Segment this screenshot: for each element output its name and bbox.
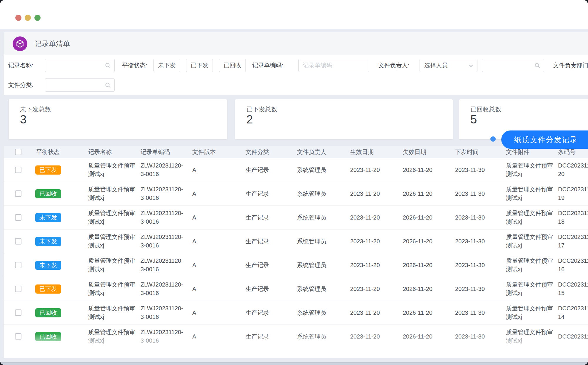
owner-select[interactable]: 选择人员	[420, 59, 477, 72]
row-checkbox[interactable]	[15, 182, 21, 205]
col-header-code: 记录单编码	[141, 146, 170, 158]
status-badge: 已回收	[35, 301, 61, 324]
status-badge: 已回收	[35, 325, 61, 348]
status-badge-label: 已回收	[35, 332, 61, 341]
cell-effective-date: 2023-11-20	[350, 301, 380, 324]
cell-file-owner: 系统管理员	[297, 325, 326, 348]
cell-barcode: DCC202311 17	[558, 230, 588, 253]
record-code-label: 记录单编码:	[252, 59, 283, 72]
cell-issue-date: 2023-11-30	[455, 206, 485, 229]
status-badge: 未下发	[35, 206, 61, 229]
owner-search-input[interactable]	[482, 59, 544, 72]
stat-cards: 未下发总数 3 已下发总数 2 已回收总数 5	[0, 99, 588, 139]
status-badge: 未下发	[35, 253, 61, 277]
select-all-checkbox[interactable]	[15, 146, 21, 158]
cell-issue-date: 2023-11-30	[455, 277, 485, 301]
cell-file-version: A	[192, 182, 196, 205]
cell-record-code: ZLWJ20231120- 3-0016	[141, 277, 192, 301]
status-badge-label: 已下发	[35, 165, 61, 175]
status-filter-issued[interactable]: 已下发	[186, 59, 213, 72]
row-checkbox[interactable]	[15, 325, 21, 348]
drag-dot-icon[interactable]	[490, 136, 496, 142]
cell-attachment: 质量管理文件预审 测试xj	[506, 230, 565, 253]
cell-effective-date: 2023-11-20	[350, 182, 380, 205]
table-row[interactable]: 已下发质量管理文件预审 测试xjZLWJ20231120- 3-0016A生产记…	[4, 158, 588, 182]
status-badge: 未下发	[35, 230, 61, 253]
cell-record-name: 质量管理文件预审 测试xj	[88, 301, 147, 324]
cell-expire-date: 2026-11-20	[403, 182, 432, 205]
table-row[interactable]: 未下发质量管理文件预审 测试xjZLWJ20231120- 3-0016A生产记…	[4, 206, 588, 230]
file-owner-label: 文件负责人:	[378, 59, 410, 72]
table-row[interactable]: 已回收质量管理文件预审 测试xjZLWJ20231120- 3-0016A生产记…	[4, 301, 588, 325]
page-title: 记录单清单	[35, 32, 70, 55]
table-row[interactable]: 未下发质量管理文件预审 测试xjZLWJ20231120- 3-0016A生产记…	[4, 230, 588, 253]
stat-label: 已下发总数	[246, 105, 277, 113]
status-filter-recycled[interactable]: 已回收	[219, 59, 246, 72]
cell-barcode: DCC202311 15	[558, 277, 588, 301]
col-header-version: 文件版本	[192, 146, 216, 158]
status-badge: 已下发	[35, 277, 61, 301]
cell-attachment: 质量管理文件预审 测试xj	[506, 301, 565, 324]
cell-file-category: 生产记录	[245, 182, 269, 205]
window-titlebar	[0, 0, 588, 29]
cell-effective-date: 2023-11-20	[350, 253, 380, 277]
cell-file-version: A	[192, 301, 196, 324]
cell-file-category: 生产记录	[245, 325, 269, 348]
row-checkbox[interactable]	[15, 230, 21, 253]
status-filter-not-issued[interactable]: 未下发	[153, 59, 180, 72]
cell-issue-date: 2023-11-30	[455, 301, 485, 324]
table-row[interactable]: 已回收质量管理文件预审 测试xjZLWJ20231120- 3-0016A生产记…	[4, 325, 588, 349]
row-checkbox[interactable]	[15, 301, 21, 324]
cell-record-name: 质量管理文件预审 测试xj	[88, 277, 147, 301]
zoom-window-button[interactable]	[34, 15, 41, 21]
cell-barcode: DCC202311 20	[558, 158, 588, 182]
cell-file-owner: 系统管理员	[297, 206, 326, 229]
cell-file-owner: 系统管理员	[297, 182, 326, 205]
col-header-owner: 文件负责人	[297, 146, 326, 158]
row-checkbox[interactable]	[15, 206, 21, 229]
table-row[interactable]: 未下发质量管理文件预审 测试xjZLWJ20231120- 3-0016A生产记…	[4, 253, 588, 277]
record-code-input[interactable]: 记录单编码	[298, 59, 369, 72]
cell-issue-date: 2023-11-30	[455, 158, 485, 182]
cell-file-category: 生产记录	[245, 158, 269, 182]
cell-record-code: ZLWJ20231120- 3-0016	[141, 158, 192, 182]
cell-barcode: DCC202311 18	[558, 206, 588, 229]
cell-effective-date: 2023-11-20	[350, 277, 380, 301]
paper-file-distribution-button[interactable]: 纸质文件分发记录	[501, 130, 588, 149]
col-header-issue: 下发时间	[455, 146, 479, 158]
cell-record-name: 质量管理文件预审 测试xj	[88, 182, 147, 205]
cell-file-category: 生产记录	[245, 301, 269, 324]
cell-issue-date: 2023-11-30	[455, 182, 485, 205]
cell-record-code: ZLWJ20231120- 3-0016	[141, 182, 192, 205]
cell-record-code: ZLWJ20231120- 3-0016	[141, 206, 192, 229]
cell-record-name: 质量管理文件预审 测试xj	[88, 158, 147, 182]
row-checkbox[interactable]	[15, 277, 21, 301]
close-window-button[interactable]	[15, 15, 21, 21]
cell-record-name: 质量管理文件预审 测试xj	[88, 325, 147, 348]
table-row[interactable]: 已回收质量管理文件预审 测试xjZLWJ20231120- 3-0016A生产记…	[4, 182, 588, 206]
stat-value: 5	[470, 113, 477, 126]
record-name-input[interactable]	[45, 59, 115, 72]
stat-value: 3	[20, 113, 26, 126]
status-badge: 已回收	[35, 182, 61, 205]
stat-card-not-issued: 未下发总数 3	[9, 99, 227, 139]
cell-issue-date: 2023-11-30	[455, 253, 485, 277]
row-checkbox[interactable]	[15, 253, 21, 277]
cell-file-version: A	[192, 230, 196, 253]
col-header-name: 记录名称	[88, 146, 112, 158]
file-category-input[interactable]	[45, 78, 115, 92]
cell-file-version: A	[192, 277, 196, 301]
file-category-label: 文件分类:	[8, 78, 34, 92]
stat-value: 2	[246, 113, 253, 126]
table-body: 已下发质量管理文件预审 测试xjZLWJ20231120- 3-0016A生产记…	[4, 158, 588, 349]
table-row[interactable]: 已下发质量管理文件预审 测试xjZLWJ20231120- 3-0016A生产记…	[4, 277, 588, 301]
search-icon	[534, 62, 541, 69]
cell-attachment: 质量管理文件预审 测试xj	[506, 277, 565, 301]
cube-icon	[13, 36, 27, 51]
stat-label: 已回收总数	[470, 105, 501, 113]
minimize-window-button[interactable]	[25, 15, 31, 21]
status-badge-label: 已回收	[35, 189, 61, 198]
cell-record-code: ZLWJ20231120- 3-0016	[141, 253, 192, 277]
row-checkbox[interactable]	[15, 158, 21, 182]
chevron-down-icon	[468, 63, 474, 68]
